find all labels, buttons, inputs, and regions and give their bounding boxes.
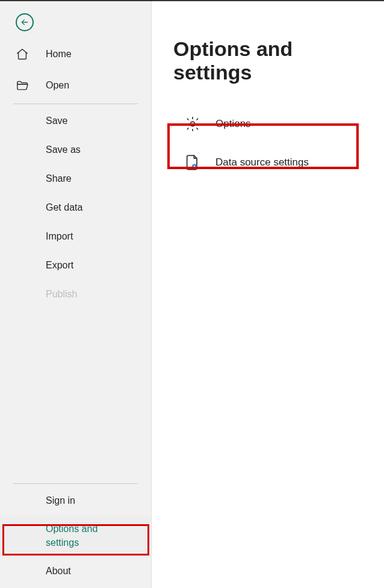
svg-point-1: [190, 122, 194, 126]
option-label: Data source settings: [215, 156, 309, 169]
sidebar-item-label: Export: [46, 260, 73, 271]
sidebar-item-label: Save as: [46, 144, 81, 155]
arrow-left-icon: [20, 18, 29, 26]
sidebar-item-about[interactable]: About: [0, 557, 151, 586]
sidebar-bottom-group: Sign in Options and settings About: [0, 481, 151, 588]
page-title: Options and settings: [173, 37, 372, 84]
sidebar-divider: [13, 483, 138, 484]
sidebar-item-label: Share: [46, 173, 72, 184]
sidebar-item-label: Sign in: [46, 495, 75, 506]
sidebar-item-label: Options and settings: [46, 522, 115, 549]
sidebar-item-label: About: [46, 566, 71, 577]
sidebar: Home Open Save Save as Share Get data Im…: [0, 1, 152, 588]
sidebar-item-label: Publish: [46, 289, 77, 300]
sidebar-item-label: Home: [46, 49, 72, 60]
sidebar-item-save[interactable]: Save: [0, 107, 151, 135]
sidebar-item-publish: Publish: [0, 280, 151, 309]
data-source-settings-icon: [184, 154, 201, 171]
option-row-data-source-settings[interactable]: Data source settings: [173, 143, 372, 182]
gear-icon: [184, 116, 201, 132]
option-row-options[interactable]: Options: [173, 105, 372, 143]
sidebar-item-label: Get data: [46, 202, 82, 213]
sidebar-item-label: Import: [46, 231, 73, 242]
sidebar-divider: [13, 104, 138, 104]
option-label: Options: [215, 118, 251, 130]
sidebar-item-label: Save: [46, 116, 67, 126]
main-panel: Options and settings Options Data source…: [152, 1, 384, 588]
sidebar-item-options-and-settings[interactable]: Options and settings: [0, 515, 151, 557]
sidebar-item-share[interactable]: Share: [0, 164, 151, 193]
sidebar-item-sign-in[interactable]: Sign in: [0, 486, 151, 515]
home-icon: [16, 48, 46, 61]
sidebar-item-open[interactable]: Open: [0, 70, 151, 101]
sidebar-item-export[interactable]: Export: [0, 251, 151, 280]
sidebar-item-label: Open: [46, 80, 69, 91]
sidebar-item-import[interactable]: Import: [0, 222, 151, 251]
sidebar-item-get-data[interactable]: Get data: [0, 193, 151, 222]
sidebar-item-home[interactable]: Home: [0, 39, 151, 70]
sidebar-item-save-as[interactable]: Save as: [0, 135, 151, 164]
back-button[interactable]: [16, 13, 34, 31]
folder-open-icon: [16, 79, 46, 92]
